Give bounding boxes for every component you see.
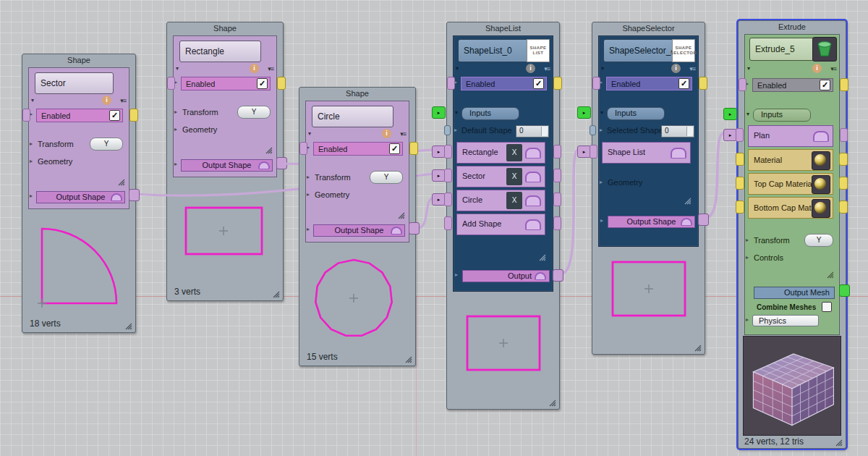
port-output-shape[interactable] [698, 214, 709, 226]
port-enabled-left[interactable] [299, 142, 307, 155]
info-icon[interactable]: i [671, 64, 681, 73]
node-shape-sector[interactable]: Shape Sector ▾ i ▾≡ ▸ Enabled ✓ ▸ Transf… [22, 54, 136, 333]
port-enabled-left[interactable] [592, 77, 600, 90]
collapse-icon[interactable]: ▾ [308, 130, 311, 137]
port-enabled-left[interactable] [447, 77, 455, 90]
name-field[interactable]: Sector [35, 72, 114, 94]
enabled-checkbox[interactable]: ✓ [678, 78, 689, 89]
node-title[interactable]: Shape [167, 22, 283, 35]
expand-arrow-icon[interactable]: ▸ [746, 237, 749, 243]
port-output-shape[interactable] [129, 189, 140, 201]
port-output-mesh[interactable] [839, 284, 850, 297]
tab-input-circle[interactable] [444, 193, 452, 206]
node-resize-handle[interactable] [835, 439, 843, 447]
enabled-checkbox[interactable]: ✓ [109, 110, 120, 121]
tab-plan-right[interactable] [840, 128, 848, 142]
name-field[interactable]: Circle [312, 106, 393, 127]
expand-arrow-icon[interactable]: ▸ [600, 127, 603, 133]
node-extrude[interactable]: Extrude Extrude_5 ▾ i ▾≡ ▸ Enabled ✓ ▾ I… [738, 20, 846, 449]
tab-sector-right[interactable] [553, 169, 561, 182]
port-inputs-group[interactable]: ▸ [723, 108, 737, 120]
expand-arrow-icon[interactable]: ▸ [746, 316, 749, 323]
port-selected-shape[interactable] [590, 125, 596, 135]
node-shape-circle[interactable]: Shape Circle ▾ i ▾≡ ▸ Enabled ✓ ▸ Transf… [299, 87, 416, 366]
name-field[interactable]: Rectangle [179, 41, 261, 62]
menu-icon[interactable]: ▾≡ [400, 130, 406, 138]
combine-meshes-checkbox[interactable] [822, 302, 832, 312]
node-title[interactable]: Extrude [739, 21, 846, 33]
node-resize-handle[interactable] [272, 290, 280, 298]
info-icon[interactable]: i [526, 64, 535, 73]
inputs-collapse-icon[interactable]: ▾ [600, 109, 603, 116]
plan-input-row[interactable]: Plan [748, 125, 833, 147]
tab-rectangle-right[interactable] [553, 145, 561, 159]
tab-circle-right[interactable] [553, 193, 561, 206]
inputs-group-button[interactable]: Inputs [607, 107, 665, 120]
node-shapeselector[interactable]: ShapeSelector ShapeSelector_4 Shape Sele… [592, 22, 705, 355]
port-output-shape[interactable] [409, 222, 420, 235]
menu-icon[interactable]: ▾≡ [268, 65, 273, 72]
expand-arrow-icon[interactable]: ▸ [600, 179, 603, 185]
port-enabled-right[interactable] [409, 142, 418, 155]
expand-arrow-icon[interactable]: ▸ [174, 126, 177, 132]
remove-shape-button[interactable]: X [506, 168, 522, 185]
port-output-shape[interactable] [276, 157, 287, 169]
menu-icon[interactable]: ▾≡ [689, 65, 695, 72]
tab-top-cap-right[interactable] [839, 177, 848, 190]
enabled-row[interactable]: Enabled ✓ [461, 77, 547, 90]
name-field[interactable]: ShapeSelector_4 [603, 39, 678, 62]
port-enabled-left[interactable] [167, 77, 175, 90]
menu-icon[interactable]: ▾≡ [120, 97, 126, 104]
panel-resize-handle[interactable] [684, 197, 692, 205]
expand-arrow-icon[interactable]: ▸ [30, 193, 33, 199]
shape-row-sector[interactable]: Sector X [456, 166, 545, 187]
port-inputs-group[interactable]: ▸ [577, 106, 591, 119]
expand-arrow-icon[interactable]: ▸ [174, 161, 177, 167]
geometry-label[interactable]: Geometry [608, 178, 642, 187]
remove-shape-button[interactable]: X [506, 192, 522, 209]
collapse-icon[interactable]: ▾ [31, 97, 34, 104]
panel-resize-handle[interactable] [397, 211, 405, 219]
enabled-row[interactable]: Enabled ✓ [606, 77, 692, 90]
collapse-icon[interactable]: ▾ [456, 65, 459, 72]
enabled-row[interactable]: Enabled ✓ [181, 77, 271, 90]
menu-icon[interactable]: ▾≡ [544, 65, 550, 72]
tab-material-right[interactable] [839, 153, 848, 166]
tab-add-shape[interactable] [444, 216, 452, 230]
default-shape-value[interactable]: 0 [516, 125, 549, 138]
geometry-label[interactable]: Geometry [38, 157, 72, 166]
shape-list-input-row[interactable]: Shape List [602, 142, 691, 164]
shape-row-circle[interactable]: Circle X [456, 190, 545, 211]
tab-input-sector[interactable] [444, 169, 452, 182]
enabled-row[interactable]: Enabled ✓ [313, 142, 403, 156]
geometry-label[interactable]: Geometry [315, 190, 349, 199]
output-mesh-row[interactable]: Output Mesh [754, 287, 835, 299]
info-icon[interactable]: i [382, 129, 391, 138]
output-row[interactable]: Output [462, 270, 550, 282]
remove-shape-button[interactable]: X [506, 144, 522, 161]
y-axis-button[interactable]: Y [804, 234, 833, 247]
transform-label[interactable]: Transform [38, 140, 74, 148]
tab-bottom-cap-right[interactable] [839, 200, 848, 214]
expand-arrow-icon[interactable]: ▸ [454, 127, 457, 133]
node-resize-handle[interactable] [124, 322, 132, 330]
info-icon[interactable]: i [102, 96, 111, 105]
transform-label[interactable]: Transform [315, 173, 351, 182]
expand-arrow-icon[interactable]: ▸ [307, 191, 310, 198]
tab-bottom-cap-left[interactable] [736, 200, 744, 214]
node-title[interactable]: Shape [22, 54, 135, 67]
node-resize-handle[interactable] [694, 344, 702, 352]
selected-shape-value[interactable]: 0 [661, 125, 694, 138]
panel-resize-handle[interactable] [117, 178, 125, 186]
name-field[interactable]: ShapeList_0 [458, 39, 532, 62]
output-shape-row[interactable]: Output Shape [36, 191, 125, 203]
tab-input-rectangle[interactable] [444, 145, 452, 159]
enabled-checkbox[interactable]: ✓ [533, 78, 544, 89]
collapse-icon[interactable]: ▾ [601, 65, 604, 72]
panel-resize-handle[interactable] [538, 253, 546, 261]
port-enabled-right[interactable] [699, 77, 707, 90]
inputs-collapse-icon[interactable]: ▾ [746, 111, 749, 117]
node-shape-rectangle[interactable]: Shape Rectangle ▾ i ▾≡ ▸ Enabled ✓ ▸ Tra… [166, 22, 284, 301]
info-icon[interactable]: i [812, 64, 822, 73]
output-shape-row[interactable]: Output Shape [313, 224, 405, 237]
